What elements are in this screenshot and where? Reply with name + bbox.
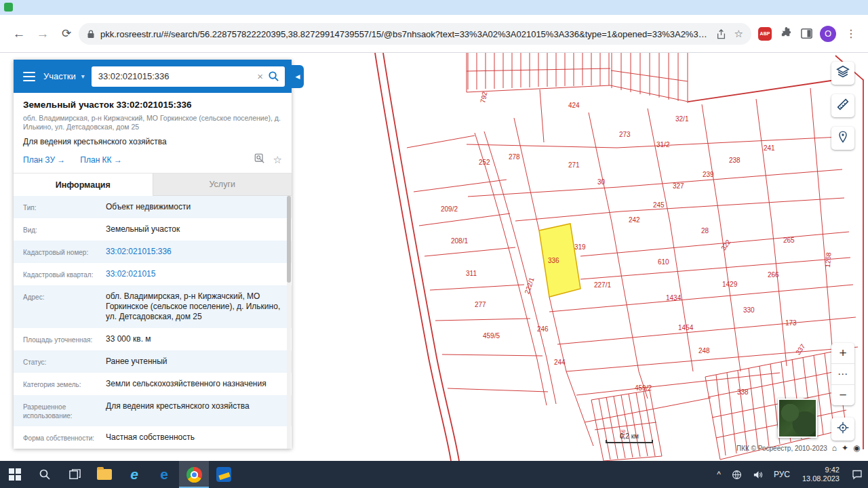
parcel-label[interactable]: 277 <box>475 301 486 308</box>
cadastral-number-link[interactable]: 33:02:021015:336 <box>106 247 292 257</box>
parcel-label[interactable]: 242 <box>629 216 640 224</box>
back-button[interactable]: ← <box>9 24 28 43</box>
parcel-label[interactable]: 330 <box>743 306 755 314</box>
url-text[interactable]: pkk.rosreestr.ru/#/search/56.22875782222… <box>100 29 708 39</box>
compass-icon[interactable]: ✦ <box>842 443 848 453</box>
attribution-text: ПКК © Росреестр, 2010-2023 <box>736 445 827 452</box>
bookmark-star-icon[interactable]: ☆ <box>734 28 743 40</box>
internet-explorer-button[interactable]: e <box>119 461 149 488</box>
parcel-label[interactable]: 265 <box>783 237 795 244</box>
parcel-label[interactable]: 173 <box>785 319 797 327</box>
selected-parcel-336[interactable] <box>539 224 580 297</box>
parcel-label[interactable]: 459/2 <box>635 384 652 392</box>
parcel-label[interactable]: 319 <box>574 243 586 251</box>
extensions-puzzle-icon[interactable] <box>780 27 793 43</box>
parcel-label[interactable]: 246 <box>537 325 549 333</box>
parcel-label[interactable]: 238 <box>729 157 741 164</box>
reload-button[interactable]: ⟳ <box>57 24 76 43</box>
parcel-label[interactable]: 271 <box>568 161 580 169</box>
parcel-label[interactable]: 244 <box>554 359 566 366</box>
overview-map[interactable] <box>778 399 817 438</box>
language-indicator[interactable]: РУС <box>768 461 795 488</box>
parcel-label[interactable]: 241 <box>764 144 775 152</box>
address-bar[interactable]: pkk.rosreestr.ru/#/search/56.22875782222… <box>79 23 751 45</box>
volume-icon[interactable] <box>747 461 768 488</box>
layers-button[interactable] <box>831 62 854 85</box>
side-panel-icon[interactable] <box>800 27 813 43</box>
parcel-label[interactable]: 338 <box>737 388 749 396</box>
plan-kk-link[interactable]: План КК → <box>80 155 122 165</box>
tab-services[interactable]: Услуги <box>153 174 292 196</box>
network-icon[interactable] <box>726 461 747 488</box>
search-input[interactable] <box>92 67 253 86</box>
clock-time: 9:42 <box>802 466 840 474</box>
taskbar: e e ^ РУС 9:42 13.08.2023 <box>0 461 868 488</box>
parcel-label[interactable]: 239 <box>703 171 714 178</box>
parcel-label[interactable]: 278 <box>509 153 520 161</box>
parcel-label[interactable]: 227/1 <box>594 281 611 289</box>
cadastral-quarter-link[interactable]: 33:02:021015 <box>106 269 292 279</box>
table-row: Вид: Земельный участок <box>14 218 292 241</box>
target-icon[interactable]: ◉ <box>853 443 860 453</box>
parcel-label[interactable]: 28 <box>701 227 709 235</box>
parcel-label[interactable]: 208/1 <box>451 237 468 245</box>
parcel-label[interactable]: 610 <box>658 258 669 266</box>
panel-collapse-button[interactable]: ◀ <box>292 65 304 88</box>
search-icon[interactable] <box>268 70 279 82</box>
parcel-label[interactable]: 459/5 <box>483 332 500 340</box>
parcel-label[interactable]: 1434 <box>666 294 681 302</box>
measure-button[interactable] <box>831 94 854 117</box>
zoom-in-button[interactable]: + <box>831 343 854 364</box>
parcel-label[interactable]: 30 <box>597 178 605 186</box>
system-tray: ^ РУС 9:42 13.08.2023 <box>711 461 868 488</box>
marker-button[interactable] <box>831 127 854 150</box>
parcel-label[interactable]: 311 <box>466 270 477 277</box>
zoom-out-button[interactable]: − <box>831 385 854 405</box>
plan-zu-link[interactable]: План ЗУ → <box>23 155 65 165</box>
parcel-label[interactable]: 327 <box>673 182 684 190</box>
taskbar-search-button[interactable] <box>30 461 60 488</box>
forward-button[interactable]: → <box>33 24 52 43</box>
table-row: Кадастровый квартал: 33:02:021015 <box>14 263 292 285</box>
search-field[interactable]: × <box>92 66 285 87</box>
adblock-extension-icon[interactable]: ABP <box>758 27 772 41</box>
parcel-label[interactable]: 252 <box>479 159 490 166</box>
edge-button[interactable]: e <box>149 461 179 488</box>
parcel-label[interactable]: 1268 <box>824 252 833 268</box>
parcel-label[interactable]: 266 <box>768 271 779 279</box>
tray-expand-button[interactable]: ^ <box>711 461 726 488</box>
parcel-label[interactable]: 1454 <box>678 324 693 331</box>
parcel-label[interactable]: 31/2 <box>656 141 669 148</box>
menu-icon[interactable] <box>23 72 35 81</box>
chevron-down-icon[interactable]: ▾ <box>81 73 85 80</box>
file-explorer-button[interactable] <box>90 461 119 488</box>
browser-menu-icon[interactable]: ⋮ <box>844 26 858 42</box>
parcel-label[interactable]: 424 <box>568 102 580 109</box>
share-icon[interactable] <box>716 29 726 39</box>
chrome-button[interactable] <box>179 461 209 488</box>
profile-avatar[interactable]: O <box>820 26 836 42</box>
zoom-more-button[interactable]: ⋯ <box>831 364 854 385</box>
view-on-map-icon[interactable] <box>254 153 265 166</box>
locate-button[interactable] <box>831 418 854 441</box>
parcel-label[interactable]: 209/2 <box>441 205 458 213</box>
panel-scrollbar[interactable] <box>287 196 291 449</box>
action-center-button[interactable] <box>846 461 868 488</box>
favorite-star-icon[interactable]: ☆ <box>273 154 282 166</box>
start-button[interactable] <box>0 461 30 488</box>
search-category[interactable]: Участки <box>43 71 76 81</box>
parcel-label[interactable]: 248 <box>698 347 710 354</box>
parcel-label[interactable]: 1429 <box>722 281 737 288</box>
parcel-label-selected[interactable]: 336 <box>548 257 559 264</box>
clear-icon[interactable]: × <box>252 70 268 82</box>
gps-icon <box>836 421 850 437</box>
folder-icon <box>97 469 112 480</box>
home-icon[interactable]: ⌂ <box>832 443 837 453</box>
pinned-app-button[interactable] <box>209 461 239 488</box>
parcel-label[interactable]: 273 <box>619 131 631 138</box>
taskbar-clock[interactable]: 9:42 13.08.2023 <box>795 466 846 483</box>
tab-information[interactable]: Информация <box>14 174 153 196</box>
task-view-button[interactable] <box>60 461 90 488</box>
parcel-label[interactable]: 245 <box>653 201 665 209</box>
parcel-label[interactable]: 32/1 <box>675 115 688 123</box>
